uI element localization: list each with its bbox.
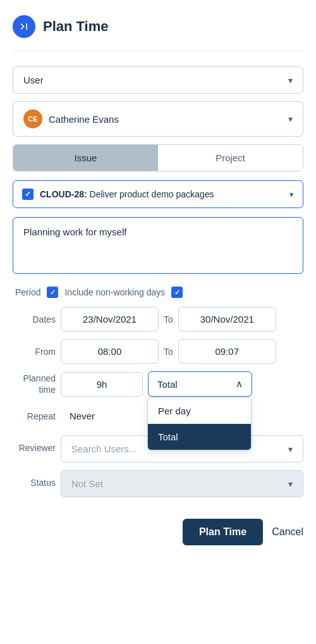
- planned-type-chevron-icon: ∧: [236, 378, 243, 390]
- page-header: Plan Time: [13, 15, 303, 51]
- issue-arrow-icon: ▾: [289, 190, 294, 199]
- status-label: Status: [13, 470, 56, 488]
- date-from-input[interactable]: [61, 307, 159, 331]
- from-label: From: [13, 347, 56, 357]
- per-day-option[interactable]: Per day: [148, 398, 251, 424]
- user-chevron-icon: ▾: [288, 114, 293, 124]
- planned-time-input[interactable]: [61, 372, 143, 397]
- dates-row: Dates To: [13, 307, 303, 331]
- tab-issue[interactable]: Issue: [13, 145, 158, 171]
- cancel-button[interactable]: Cancel: [272, 526, 303, 538]
- planned-time-label: Plannedtime: [13, 373, 56, 395]
- non-working-checkbox[interactable]: [171, 287, 183, 298]
- reviewer-placeholder: Search Users...: [71, 443, 137, 454]
- date-to-input[interactable]: [178, 307, 276, 331]
- repeat-value: Never: [61, 404, 104, 428]
- planned-type-dropdown[interactable]: Total ∧ Per day Total: [148, 371, 252, 397]
- reviewer-chevron-icon: ▾: [288, 444, 293, 454]
- user-dropdown[interactable]: User ▾: [13, 66, 303, 94]
- page-title: Plan Time: [43, 18, 109, 35]
- avatar: CE: [23, 109, 42, 128]
- dates-to-label: To: [164, 314, 173, 325]
- include-non-working-label: Include non-working days: [64, 287, 165, 297]
- issue-description: Deliver product demo packages: [90, 189, 214, 199]
- plan-time-button[interactable]: Plan Time: [183, 519, 263, 545]
- status-col: Not Set ▾: [61, 470, 303, 497]
- status-row: Status Not Set ▾: [13, 470, 303, 497]
- issue-checkbox[interactable]: [22, 189, 33, 200]
- time-from-input[interactable]: [61, 339, 159, 364]
- footer-buttons: Plan Time Cancel: [13, 512, 303, 545]
- plan-time-icon: [13, 15, 35, 38]
- time-to-input[interactable]: [178, 339, 276, 364]
- total-option[interactable]: Total: [148, 424, 251, 450]
- user-chevron-icon: ▾: [288, 75, 293, 85]
- user-info: CE Catherine Evans: [23, 109, 119, 128]
- times-to-label: To: [164, 347, 173, 357]
- times-row: From To: [13, 339, 303, 364]
- issue-project-tabs: Issue Project: [13, 144, 303, 171]
- user-name: Catherine Evans: [49, 114, 119, 125]
- selected-user-dropdown[interactable]: CE Catherine Evans ▾: [13, 101, 303, 137]
- status-placeholder: Not Set: [71, 478, 103, 489]
- tab-project[interactable]: Project: [158, 145, 303, 171]
- planned-time-row: Plannedtime Total ∧ Per day Total: [13, 371, 303, 397]
- period-checkbox[interactable]: [47, 287, 58, 298]
- period-row: Period Include non-working days: [13, 287, 303, 298]
- status-dropdown[interactable]: Not Set ▾: [61, 470, 303, 497]
- dates-label: Dates: [13, 314, 56, 325]
- description-textarea[interactable]: Planning work for myself: [13, 217, 303, 274]
- planned-type-menu: Per day Total: [147, 397, 252, 450]
- issue-selector[interactable]: CLOUD-28: Deliver product demo packages …: [13, 180, 303, 208]
- issue-text: CLOUD-28: Deliver product demo packages: [40, 189, 283, 199]
- status-chevron-icon: ▾: [288, 479, 293, 489]
- user-label: User: [23, 75, 44, 85]
- planned-type-value: Total: [157, 379, 178, 390]
- period-label: Period: [15, 287, 40, 297]
- reviewer-label: Reviewer: [13, 435, 56, 453]
- repeat-label: Repeat: [13, 411, 56, 421]
- issue-id: CLOUD-28:: [40, 189, 87, 199]
